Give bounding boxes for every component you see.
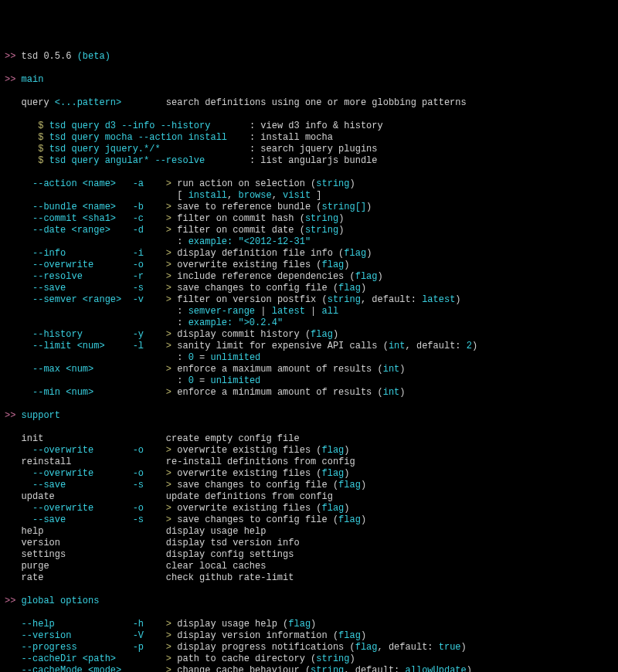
terminal-output: >> tsd 0.5.6 (beta) >> main query <...pa… <box>5 51 613 672</box>
